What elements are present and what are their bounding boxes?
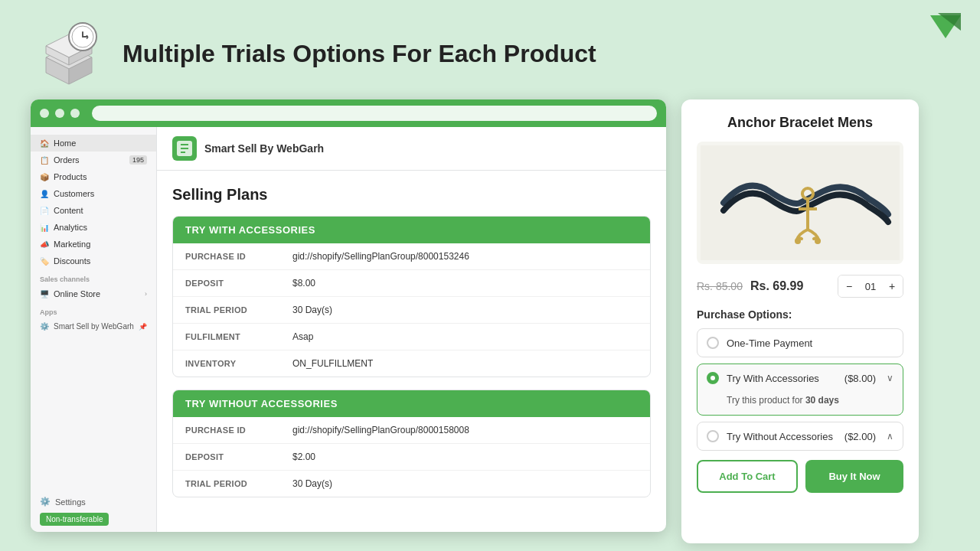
label-purchase-id-2: PURCHASE ID — [173, 417, 280, 444]
plan2-table: PURCHASE ID gid://shopify/SellingPlanGro… — [173, 417, 650, 497]
page-title: Multiple Trials Options For Each Product — [122, 40, 596, 68]
content-area: Selling Plans TRY WITH ACCESSORIES PURCH… — [157, 171, 666, 525]
option-try-without-label: Try Without Accessories — [727, 431, 837, 442]
option-row: Try With Accessories ($8.00) ∨ — [707, 372, 893, 384]
chevron-right-icon: › — [145, 290, 147, 298]
value-fulfilment: Asap — [280, 324, 650, 350]
table-row: FULFILMENT Asap — [173, 324, 650, 350]
settings-item[interactable]: ⚙️ Settings — [40, 494, 148, 510]
table-row: DEPOSIT $2.00 — [173, 444, 650, 471]
settings-gear-icon: ⚙️ — [40, 497, 51, 507]
sidebar-item-orders[interactable]: 📋 Orders 195 — [31, 152, 156, 168]
table-row: PURCHASE ID gid://shopify/SellingPlanGro… — [173, 243, 650, 270]
price-sale: Rs. 69.99 — [750, 279, 803, 293]
online-store-icon: 🖥️ — [40, 290, 49, 298]
browser-dot-green — [70, 109, 80, 118]
radio-try-with — [707, 372, 719, 384]
label-deposit: DEPOSIT — [173, 270, 280, 297]
sidebar-marketing-label: Marketing — [54, 240, 90, 249]
sidebar-smart-sell-label: Smart Sell by WebGarh — [54, 322, 134, 331]
option-try-with-label: Try With Accessories — [727, 373, 837, 384]
orders-icon: 📋 — [40, 156, 49, 165]
app-name: Smart Sell By WebGarh — [204, 142, 324, 155]
product-card: Anchor Bracelet Mens — [681, 99, 919, 543]
quantity-increase-button[interactable]: + — [881, 276, 903, 297]
plan1-table: PURCHASE ID gid://shopify/SellingPlanGro… — [173, 243, 650, 377]
app-logo — [172, 136, 197, 161]
sidebar: 🏠 Home 📋 Orders 195 📦 Products 👤 Custome… — [31, 127, 157, 532]
sidebar-online-store-label: Online Store — [54, 289, 100, 298]
orders-badge: 195 — [129, 155, 147, 165]
svg-point-22 — [815, 238, 821, 244]
sidebar-item-analytics[interactable]: 📊 Analytics — [31, 219, 156, 236]
sidebar-analytics-label: Analytics — [54, 223, 87, 232]
sidebar-item-online-store[interactable]: 🖥️ Online Store › — [31, 285, 156, 302]
selling-plans-title: Selling Plans — [172, 186, 651, 204]
value-deposit-2: $2.00 — [280, 444, 650, 471]
sidebar-item-home[interactable]: 🏠 Home — [31, 135, 156, 152]
settings-label: Settings — [55, 497, 86, 507]
sidebar-item-products[interactable]: 📦 Products — [31, 168, 156, 185]
svg-point-21 — [795, 238, 801, 244]
radio-try-without — [707, 430, 719, 442]
table-row: TRIAL PERIOD 30 Day(s) — [173, 471, 650, 497]
browser-window: 🏠 Home 📋 Orders 195 📦 Products 👤 Custome… — [31, 99, 666, 532]
value-trial-2: 30 Day(s) — [280, 471, 650, 497]
option-try-without-accessories[interactable]: Try Without Accessories ($2.00) ∧ — [697, 422, 903, 451]
value-purchase-id-2: gid://shopify/SellingPlanGroup/800015800… — [280, 417, 650, 444]
sidebar-item-discounts[interactable]: 🏷️ Discounts — [31, 253, 156, 269]
browser-addressbar — [92, 106, 657, 121]
browser-dot-red — [40, 109, 49, 118]
main-content: 🏠 Home 📋 Orders 195 📦 Products 👤 Custome… — [0, 99, 980, 543]
buy-it-now-button[interactable]: Buy It Now — [805, 460, 903, 493]
option-try-with-price: ($8.00) — [844, 373, 876, 384]
table-row: TRIAL PERIOD 30 Day(s) — [173, 297, 650, 324]
chevron-down-icon: ∨ — [887, 373, 893, 383]
content-icon: 📄 — [40, 207, 49, 215]
browser-titlebar — [31, 99, 666, 127]
analytics-icon: 📊 — [40, 223, 49, 232]
plan2-header: TRY WITHOUT ACCESSORIES — [173, 390, 650, 417]
trial-text: Try this product for 30 days — [707, 392, 893, 410]
sidebar-customers-label: Customers — [54, 189, 94, 198]
sidebar-orders-label: Orders — [54, 155, 80, 165]
apps-title: Apps — [31, 302, 156, 318]
sidebar-products-label: Products — [54, 172, 87, 181]
label-fulfilment: FULFILMENT — [173, 324, 280, 350]
price-row: Rs. 85.00 Rs. 69.99 − 01 + — [697, 275, 903, 298]
quantity-value: 01 — [860, 281, 881, 292]
plan-card-1: TRY WITH ACCESSORIES PURCHASE ID gid://s… — [172, 216, 651, 377]
sidebar-item-smart-sell[interactable]: ⚙️ Smart Sell by WebGarh 📌 — [31, 318, 156, 334]
top-right-logo — [926, 11, 965, 42]
app-header: Smart Sell By WebGarh — [157, 127, 666, 171]
page-header: › Multiple Trials Options For Each Produ… — [0, 0, 980, 99]
sidebar-item-customers[interactable]: 👤 Customers — [31, 185, 156, 202]
quantity-decrease-button[interactable]: − — [838, 276, 860, 297]
cart-row: Add To Cart Buy It Now — [697, 460, 903, 493]
sidebar-item-content[interactable]: 📄 Content — [31, 202, 156, 219]
browser-body: 🏠 Home 📋 Orders 195 📦 Products 👤 Custome… — [31, 127, 666, 532]
sidebar-home-label: Home — [54, 139, 76, 148]
header-illustration: › — [31, 15, 107, 92]
table-row: DEPOSIT $8.00 — [173, 270, 650, 297]
add-to-cart-button[interactable]: Add To Cart — [697, 460, 798, 493]
product-image — [697, 142, 903, 264]
value-trial: 30 Day(s) — [280, 297, 650, 324]
customers-icon: 👤 — [40, 190, 49, 198]
product-title: Anchor Bracelet Mens — [697, 115, 903, 131]
sidebar-content-label: Content — [54, 206, 83, 215]
option-try-with-accessories[interactable]: Try With Accessories ($8.00) ∨ Try this … — [697, 364, 903, 416]
smart-sell-icon: ⚙️ — [40, 322, 49, 331]
settings-pin-icon: 📌 — [139, 323, 147, 331]
sidebar-item-marketing[interactable]: 📣 Marketing — [31, 236, 156, 253]
table-row: PURCHASE ID gid://shopify/SellingPlanGro… — [173, 417, 650, 444]
non-transferable-badge: Non-transferable — [40, 513, 109, 526]
value-purchase-id: gid://shopify/SellingPlanGroup/800015324… — [280, 243, 650, 270]
option-one-time-label: One-Time Payment — [727, 337, 893, 349]
quantity-control[interactable]: − 01 + — [838, 275, 903, 298]
option-one-time-payment[interactable]: One-Time Payment — [697, 328, 903, 357]
radio-one-time — [707, 337, 719, 349]
option-try-without-price: ($2.00) — [844, 431, 876, 442]
main-panel: Smart Sell By WebGarh Selling Plans TRY … — [157, 127, 666, 532]
browser-dot-yellow — [55, 109, 64, 118]
